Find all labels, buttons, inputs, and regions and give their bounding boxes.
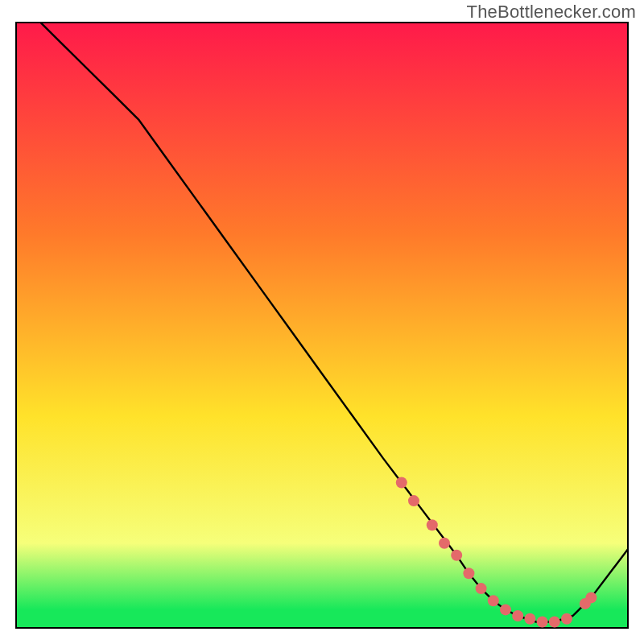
curve-marker-dot xyxy=(561,613,572,625)
curve-marker-dot xyxy=(439,538,450,549)
curve-marker-dot xyxy=(427,519,438,530)
curve-marker-dot xyxy=(488,595,499,606)
curve-marker-dot xyxy=(476,583,487,594)
curve-marker-dot xyxy=(585,592,597,603)
curve-marker-dot xyxy=(500,604,511,615)
attribution-text: TheBottlenecker.com xyxy=(467,2,636,23)
curve-marker-dot xyxy=(463,568,474,579)
curve-marker-dot xyxy=(451,550,462,561)
curve-marker-dot xyxy=(396,477,407,489)
chart-svg xyxy=(0,0,644,644)
chart-container: TheBottlenecker.com xyxy=(0,0,644,644)
plot-background xyxy=(16,23,628,628)
curve-marker-dot xyxy=(408,495,419,506)
curve-marker-dot xyxy=(512,610,523,621)
curve-marker-dot xyxy=(537,617,548,628)
curve-marker-dot xyxy=(549,617,560,628)
curve-marker-dot xyxy=(524,613,535,625)
